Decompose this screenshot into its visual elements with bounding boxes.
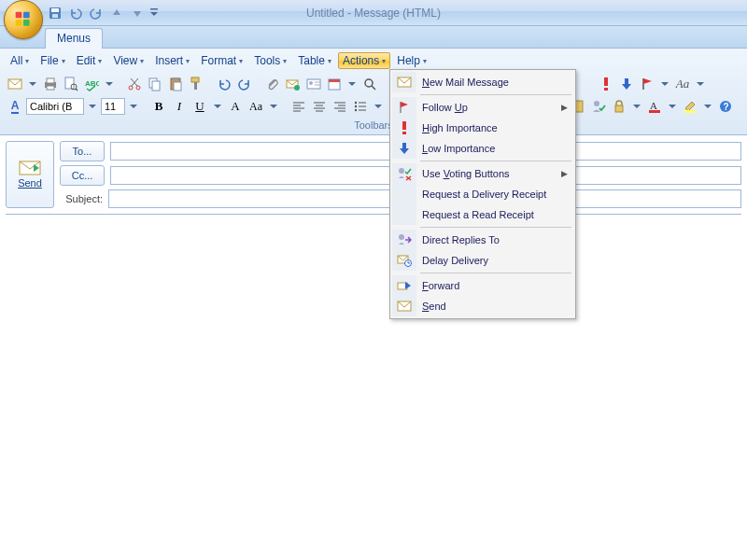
format-painter-button[interactable] — [187, 75, 205, 93]
chevron-down-icon — [697, 80, 704, 88]
spellcheck-button[interactable]: ABC — [82, 75, 101, 93]
to-button[interactable]: To... — [60, 141, 105, 161]
actions-forward[interactable]: Forward — [392, 275, 573, 296]
message-body[interactable] — [6, 214, 741, 551]
actions-send[interactable]: Send — [392, 296, 573, 316]
qat-undo-button[interactable] — [67, 5, 84, 21]
signature-dropdown[interactable] — [345, 75, 359, 93]
qat-customize-button[interactable] — [149, 5, 159, 21]
copy-button[interactable] — [146, 75, 164, 93]
menu-view[interactable]: View▾ — [108, 52, 148, 69]
actions-send-label: Send — [422, 301, 573, 312]
high-importance-button[interactable] — [597, 75, 615, 93]
actions-dropdown: NNew Mail Messageew Mail Message Follow … — [389, 69, 576, 319]
menu-format[interactable]: Format▾ — [196, 52, 247, 69]
new-mail-dropdown[interactable] — [26, 75, 39, 93]
attach-file-button[interactable] — [263, 75, 282, 93]
text-style-button[interactable]: Aa — [673, 75, 692, 93]
actions-direct-replies[interactable]: Direct Replies To — [392, 230, 573, 250]
actions-delay-delivery[interactable]: Delay Delivery — [392, 250, 573, 271]
help-button[interactable]: ? — [716, 97, 735, 116]
font-size-input[interactable] — [101, 98, 125, 115]
actions-high-importance[interactable]: High Importance — [392, 118, 573, 138]
qat-next-button[interactable] — [129, 5, 146, 21]
low-importance-button[interactable] — [617, 75, 636, 93]
menu-all[interactable]: All▾ — [6, 52, 34, 69]
font-name-dropdown[interactable] — [86, 97, 99, 116]
actions-low-importance-label: Low Importance — [422, 143, 573, 154]
menu-table[interactable]: Table▾ — [293, 52, 336, 69]
clipboard-icon — [168, 77, 183, 91]
business-card-button[interactable] — [304, 75, 323, 93]
cc-button[interactable]: Cc... — [60, 165, 105, 186]
font-dialog-button[interactable]: A — [6, 97, 24, 116]
highlighter-icon — [683, 99, 698, 114]
paintbrush-icon — [189, 77, 204, 91]
cut-button[interactable] — [125, 75, 144, 93]
undo-button[interactable] — [215, 75, 233, 93]
send-button[interactable]: Send — [6, 141, 54, 208]
align-left-button[interactable] — [289, 97, 308, 116]
printer-icon — [43, 77, 58, 91]
change-case-button[interactable]: Aa — [247, 97, 265, 116]
qat-save-button[interactable] — [47, 5, 63, 21]
font-size-dropdown[interactable] — [127, 97, 140, 116]
actions-follow-up[interactable]: Follow Up ▶ — [392, 97, 573, 118]
menu-tools-label: Tools — [254, 54, 280, 67]
svg-rect-77 — [649, 110, 660, 113]
permission-button[interactable] — [610, 97, 628, 116]
office-button[interactable] — [4, 0, 43, 39]
highlight-dropdown[interactable] — [701, 97, 714, 116]
actions-req-delivery[interactable]: Request a Delivery Receipt — [392, 184, 573, 204]
align-right-button[interactable] — [331, 97, 349, 116]
svg-rect-38 — [604, 88, 608, 91]
svg-rect-1 — [23, 12, 30, 19]
font-color-button[interactable]: A — [645, 97, 664, 116]
italic-button[interactable]: I — [170, 97, 189, 116]
paste-button[interactable] — [166, 75, 185, 93]
actions-req-read[interactable]: Request a Read Receipt — [392, 204, 573, 225]
menu-file[interactable]: File▾ — [35, 52, 69, 69]
actions-low-importance[interactable]: Low Importance — [392, 138, 573, 159]
text-style-dropdown[interactable] — [694, 75, 707, 93]
flag-button[interactable] — [638, 75, 656, 93]
svg-rect-2 — [16, 20, 22, 26]
font-color-dropdown[interactable] — [666, 97, 679, 116]
redo-button[interactable] — [235, 75, 254, 93]
underline-button[interactable]: U — [190, 97, 209, 116]
zoom-button[interactable] — [360, 75, 379, 93]
menu-help[interactable]: Help▾ — [392, 52, 431, 69]
menu-file-label: File — [40, 54, 58, 67]
menu-insert[interactable]: Insert▾ — [150, 52, 194, 69]
new-mail-button[interactable] — [6, 75, 24, 93]
menu-tools[interactable]: Tools▾ — [249, 52, 291, 69]
qat-redo-button[interactable] — [88, 5, 105, 21]
tab-menus[interactable]: Menus — [45, 28, 103, 49]
print-button[interactable] — [41, 75, 60, 93]
bullets-dropdown[interactable] — [372, 97, 385, 116]
flag-dropdown[interactable] — [658, 75, 671, 93]
check-names-button[interactable] — [589, 97, 608, 116]
font-name-input[interactable] — [26, 98, 84, 115]
attach-item-button[interactable] — [284, 75, 303, 93]
chevron-down-icon — [661, 80, 669, 88]
align-center-button[interactable] — [310, 97, 329, 116]
spellcheck-dropdown[interactable] — [103, 75, 116, 93]
grow-font-button[interactable]: A — [226, 97, 245, 116]
highlight-button[interactable] — [681, 97, 699, 116]
change-case-dropdown[interactable] — [267, 97, 280, 116]
menu-actions[interactable]: Actions▾ — [338, 52, 390, 69]
signature-button[interactable] — [325, 75, 344, 93]
bold-button[interactable]: B — [149, 97, 168, 116]
menu-edit[interactable]: Edit▾ — [72, 52, 107, 69]
bullets-button[interactable] — [351, 97, 370, 116]
actions-use-voting[interactable]: Use Voting Buttons ▶ — [392, 163, 573, 184]
actions-new-mail[interactable]: NNew Mail Messageew Mail Message — [392, 72, 573, 92]
qat-prev-button[interactable] — [108, 5, 125, 21]
arrow-down-icon — [131, 7, 144, 20]
underline-dropdown[interactable] — [211, 97, 224, 116]
permission-dropdown[interactable] — [630, 97, 643, 116]
title-bar: Untitled - Message (HTML) — [0, 0, 747, 26]
print-preview-button[interactable] — [62, 75, 80, 93]
bullets-icon — [354, 100, 367, 113]
